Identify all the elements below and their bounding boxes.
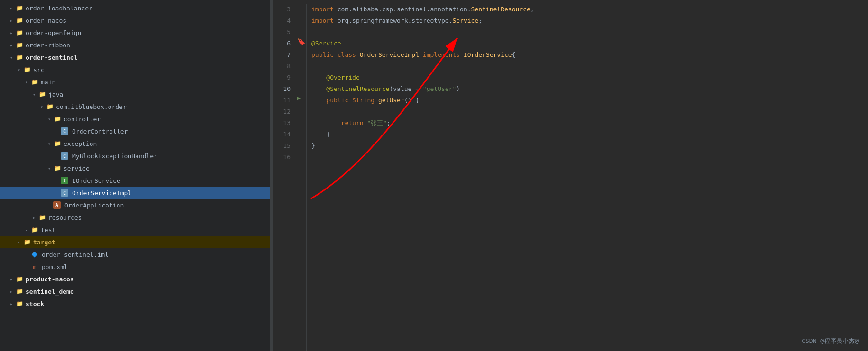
tree-item-OrderApplication[interactable]: A OrderApplication <box>0 199 270 211</box>
item-label: product-nacos <box>26 276 74 283</box>
tree-item-MyBlockExceptionHandler[interactable]: C MyBlockExceptionHandler <box>0 150 270 162</box>
editor-content-area: 3 4 5 6 7 8 9 10 11 12 13 14 15 16 🔖 ▶ <box>273 0 868 351</box>
folder-icon: 📁 <box>23 65 31 74</box>
tree-item-OrderServiceImpl[interactable]: C OrderServiceImpl <box>0 187 270 199</box>
tree-item-order-ribbon[interactable]: 📁 order-ribbon <box>0 39 270 51</box>
code-line-11: public String getUser() { <box>311 95 868 106</box>
code-text: } <box>311 129 330 140</box>
tree-item-main[interactable]: 📁 main <box>0 76 270 88</box>
line-num-7: 7 <box>273 49 291 61</box>
arrow-icon <box>8 18 15 23</box>
keyword: String <box>352 95 378 106</box>
folder-icon: 📁 <box>15 53 24 62</box>
tree-item-iml[interactable]: 🔷 order-sentinel.iml <box>0 248 270 261</box>
code-text: ; <box>387 117 391 129</box>
arrow-icon <box>8 301 15 306</box>
bookmark-icon: 🔖 <box>297 38 305 45</box>
line-num-11: 11 <box>273 95 291 106</box>
tree-item-exception[interactable]: 📁 exception <box>0 137 270 150</box>
item-label: exception <box>64 140 97 147</box>
tree-item-sentinel-demo[interactable]: 📁 sentinel_demo <box>0 285 270 297</box>
line-num-13: 13 <box>273 117 291 129</box>
arrow-icon <box>23 227 30 233</box>
keyword: public <box>326 95 352 106</box>
code-line-14: } <box>311 129 868 140</box>
folder-icon: 📁 <box>15 16 24 25</box>
item-label: OrderController <box>72 128 128 135</box>
item-label: main <box>41 79 55 86</box>
tree-item-order-sentinel[interactable]: 📁 order-sentinel <box>0 51 270 63</box>
tree-item-service[interactable]: 📁 service <box>0 162 270 174</box>
arrow-icon <box>23 80 30 85</box>
tree-item-java[interactable]: 📁 java <box>0 88 270 100</box>
code-text <box>311 83 326 95</box>
tree-item-src[interactable]: 📁 src <box>0 63 270 76</box>
item-label: service <box>64 165 90 172</box>
folder-icon: 📁 <box>15 275 24 283</box>
code-text: value <box>393 83 411 95</box>
annotation: @Override <box>326 72 359 83</box>
item-label: src <box>33 66 44 73</box>
arrow-icon <box>15 240 23 245</box>
keyword: import <box>311 4 338 15</box>
item-label: resources <box>48 214 82 221</box>
tree-item-IOrderService[interactable]: I IOrderService <box>0 174 270 187</box>
folder-icon: 📁 <box>53 164 62 172</box>
arrow-icon <box>8 43 15 48</box>
code-text: () { <box>404 95 419 106</box>
arrow-icon <box>46 141 53 146</box>
code-text: ; <box>530 4 534 15</box>
folder-icon: 📁 <box>38 213 46 222</box>
code-line-10: @SentinelResource(value = "getUser") <box>311 83 868 95</box>
tree-item-order-loadbalancer[interactable]: 📁 order-loadbalancer <box>0 2 270 14</box>
tree-item-resources[interactable]: 📁 resources <box>0 211 270 224</box>
class-icon: C <box>61 152 68 160</box>
folder-icon: 📁 <box>15 28 24 37</box>
code-text: ) <box>456 83 460 95</box>
code-text: { <box>512 49 516 61</box>
code-text <box>311 72 326 83</box>
tree-item-pom[interactable]: m pom.xml <box>0 261 270 273</box>
folder-icon: 📁 <box>23 238 31 246</box>
line-num-16: 16 <box>273 152 291 163</box>
arrow-icon <box>8 289 15 294</box>
code-line-6: @Service <box>311 38 868 49</box>
tree-item-stock[interactable]: 📁 stock <box>0 297 270 310</box>
tree-item-package[interactable]: 📁 com.itbluebox.order <box>0 100 270 113</box>
line-num-14: 14 <box>273 129 291 140</box>
run-icon: ▶ <box>297 95 301 101</box>
code-line-12 <box>311 106 868 117</box>
class-name: Service <box>452 15 478 27</box>
item-label: order-sentinel <box>26 54 78 61</box>
code-text: ; <box>478 15 482 27</box>
item-label: pom.xml <box>42 263 68 270</box>
app-icon: A <box>53 201 61 209</box>
file-tree[interactable]: 📁 order-loadbalancer 📁 order-nacos 📁 ord… <box>0 0 270 351</box>
keyword: import <box>311 15 338 27</box>
code-text: } <box>311 140 315 152</box>
arrow-icon <box>38 104 46 109</box>
tree-item-product-nacos[interactable]: 📁 product-nacos <box>0 273 270 285</box>
item-label: sentinel_demo <box>26 288 74 295</box>
arrow-icon <box>8 55 15 60</box>
code-area[interactable]: import com.alibaba.csp.sentinel.annotati… <box>308 4 868 351</box>
annotation: @SentinelResource <box>326 83 389 95</box>
tree-item-order-nacos[interactable]: 📁 order-nacos <box>0 14 270 27</box>
arrow-icon <box>30 215 38 220</box>
tree-item-OrderController[interactable]: C OrderController <box>0 125 270 137</box>
tree-item-order-openfeign[interactable]: 📁 order-openfeign <box>0 27 270 39</box>
item-label: target <box>33 239 55 246</box>
tree-item-test[interactable]: 📁 test <box>0 224 270 236</box>
arrow-icon <box>30 92 38 97</box>
interface-icon: I <box>61 177 68 184</box>
item-label: com.itbluebox.order <box>56 103 127 110</box>
gutter-divider <box>306 4 307 351</box>
tree-item-controller[interactable]: 📁 controller <box>0 113 270 125</box>
tree-item-target[interactable]: 📁 target <box>0 236 270 248</box>
editor-gutter: 🔖 ▶ <box>296 4 308 351</box>
line-num-3: 3 <box>273 4 291 15</box>
code-line-4: import org.springframework.stereotype.Se… <box>311 15 868 27</box>
item-label: IOrderService <box>72 177 120 184</box>
editor-panel: 3 4 5 6 7 8 9 10 11 12 13 14 15 16 🔖 ▶ <box>273 0 868 351</box>
folder-icon: 📁 <box>30 78 39 86</box>
